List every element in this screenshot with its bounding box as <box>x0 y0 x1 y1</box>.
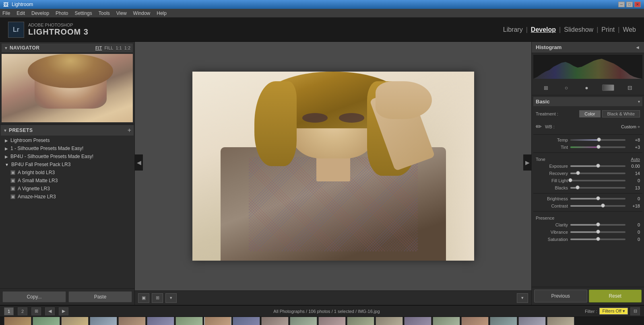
histogram-collapse[interactable]: ◄ <box>635 45 640 50</box>
contrast-slider-thumb[interactable] <box>601 204 605 208</box>
film-thumb-4[interactable] <box>90 317 117 325</box>
tool-slider[interactable]: ⊟ <box>625 83 635 93</box>
film-thumb-6[interactable] <box>147 317 174 325</box>
film-thumb-18[interactable] <box>490 317 517 325</box>
tint-slider-track[interactable] <box>570 146 625 148</box>
filter-settings-button[interactable]: ⊟ <box>630 307 640 315</box>
menu-edit[interactable]: Edit <box>17 10 25 16</box>
blacks-slider-thumb[interactable] <box>576 185 580 189</box>
preset-item-bp4u-fall[interactable]: ▼ BP4U Fall Preset Pack LR3 <box>1 160 134 169</box>
film-thumb-2[interactable] <box>33 317 60 325</box>
canvas-options-button[interactable]: ▾ <box>517 293 528 303</box>
preset-item-amaze[interactable]: ▣ Amaze-Haze LR3 <box>1 193 134 201</box>
saturation-slider-thumb[interactable] <box>596 237 600 241</box>
zoom-fit[interactable]: FIT <box>95 45 102 50</box>
brightness-slider-track[interactable] <box>570 198 625 200</box>
preset-item-lightroom[interactable]: ▶ Lightroom Presets <box>1 136 134 144</box>
tool-crop[interactable]: ⊞ <box>541 83 551 93</box>
blacks-slider-track[interactable] <box>570 187 625 189</box>
fill-light-slider-thumb[interactable] <box>568 178 572 182</box>
preset-item-bright[interactable]: ▣ A bright bold LR3 <box>1 169 134 177</box>
temp-slider-track[interactable] <box>570 139 625 141</box>
maximize-button[interactable]: □ <box>626 2 633 7</box>
collection-1-button[interactable]: 1 <box>4 307 14 315</box>
menu-file[interactable]: File <box>2 10 10 16</box>
nav-back-button[interactable]: ◀ <box>45 307 55 315</box>
auto-button[interactable]: Auto <box>631 157 640 162</box>
nav-print[interactable]: Print <box>601 26 615 33</box>
saturation-slider-track[interactable] <box>570 239 625 240</box>
film-thumb-5[interactable] <box>118 317 146 325</box>
film-thumb-16[interactable] <box>433 317 460 325</box>
canvas-more-button[interactable]: ▾ <box>165 293 177 303</box>
film-thumb-3[interactable] <box>61 317 89 325</box>
grid-view-button[interactable]: ⊞ <box>31 307 41 315</box>
film-thumb-13[interactable] <box>347 317 374 325</box>
nav-library[interactable]: Library <box>503 26 523 33</box>
filter-dropdown[interactable]: Filters Off ▾ <box>599 308 628 315</box>
paste-button[interactable]: Paste <box>68 291 132 302</box>
preset-item-silhouette[interactable]: ▶ 1 - Silhouette Presets Made Easy! <box>1 144 134 152</box>
film-thumb-17[interactable] <box>461 317 489 325</box>
treatment-bw[interactable]: Black & White <box>602 110 640 117</box>
presets-header[interactable]: ▼ Presets + <box>1 125 134 136</box>
wb-eyedropper-icon[interactable]: ✏ <box>536 122 542 131</box>
menu-settings[interactable]: Settings <box>74 10 92 16</box>
zoom-1-2[interactable]: 1:2 <box>124 45 130 50</box>
nav-arrow-left[interactable]: ◀ <box>135 154 143 171</box>
exposure-slider-track[interactable] <box>570 165 625 167</box>
minimize-button[interactable]: ─ <box>618 2 625 7</box>
film-thumb-1[interactable] <box>4 317 31 325</box>
wb-value[interactable]: Custom ÷ <box>621 124 640 129</box>
film-thumb-7[interactable] <box>175 317 203 325</box>
nav-arrow-right[interactable]: ▶ <box>523 154 531 171</box>
tool-gradient[interactable] <box>602 84 614 91</box>
brightness-slider-thumb[interactable] <box>596 196 600 200</box>
clarity-slider-thumb[interactable] <box>596 222 600 226</box>
film-thumb-20[interactable] <box>547 317 574 325</box>
tool-spot[interactable]: ● <box>582 83 591 93</box>
menu-view[interactable]: View <box>116 10 127 16</box>
clarity-slider-track[interactable] <box>570 224 625 226</box>
film-thumb-10[interactable] <box>261 317 289 325</box>
menu-photo[interactable]: Photo <box>56 10 68 16</box>
temp-slider-thumb[interactable] <box>597 138 601 142</box>
menu-help[interactable]: Help <box>157 10 167 16</box>
vibrance-slider-thumb[interactable] <box>596 230 600 234</box>
vibrance-slider-track[interactable] <box>570 231 625 233</box>
nav-develop[interactable]: Develop <box>531 26 556 33</box>
film-thumb-14[interactable] <box>376 317 403 325</box>
film-thumb-8[interactable] <box>204 317 231 325</box>
zoom-fill[interactable]: FILL <box>104 45 113 50</box>
recovery-slider-thumb[interactable] <box>576 171 580 175</box>
canvas-grid-button[interactable]: ⊞ <box>152 293 163 303</box>
preset-item-matte[interactable]: ▣ A Small Matte LR3 <box>1 177 134 185</box>
menu-window[interactable]: Window <box>133 10 151 16</box>
histogram-header[interactable]: Histogram ◄ <box>532 42 644 53</box>
film-thumb-12[interactable] <box>318 317 346 325</box>
film-thumb-15[interactable] <box>404 317 431 325</box>
fill-light-slider-track[interactable] <box>570 180 625 181</box>
zoom-1-1[interactable]: 1:1 <box>116 45 122 50</box>
reset-button[interactable]: Reset <box>589 290 642 302</box>
menu-develop[interactable]: Develop <box>31 10 49 16</box>
film-thumb-19[interactable] <box>518 317 546 325</box>
preset-item-vignette[interactable]: ▣ A Vignette LR3 <box>1 185 134 193</box>
presets-add-button[interactable]: + <box>128 127 131 134</box>
nav-forward-button[interactable]: ▶ <box>59 307 68 315</box>
tool-circle[interactable]: ○ <box>561 83 571 93</box>
film-thumb-11[interactable] <box>290 317 317 325</box>
tint-slider-thumb[interactable] <box>597 145 601 149</box>
treatment-color[interactable]: Color <box>579 110 600 117</box>
copy-button[interactable]: Copy... <box>2 291 66 302</box>
previous-button[interactable]: Previous <box>534 290 587 302</box>
exposure-slider-thumb[interactable] <box>596 164 600 168</box>
preset-item-bp4u-silhouette[interactable]: ▶ BP4U - Silhouette Presets Made Easy! <box>1 152 134 160</box>
contrast-slider-track[interactable] <box>570 205 625 207</box>
film-thumb-9[interactable] <box>233 317 260 325</box>
nav-slideshow[interactable]: Slideshow <box>564 26 593 33</box>
close-button[interactable]: ✕ <box>634 2 641 7</box>
menu-tools[interactable]: Tools <box>99 10 110 16</box>
recovery-slider-track[interactable] <box>570 173 625 174</box>
nav-web[interactable]: Web <box>623 26 636 33</box>
